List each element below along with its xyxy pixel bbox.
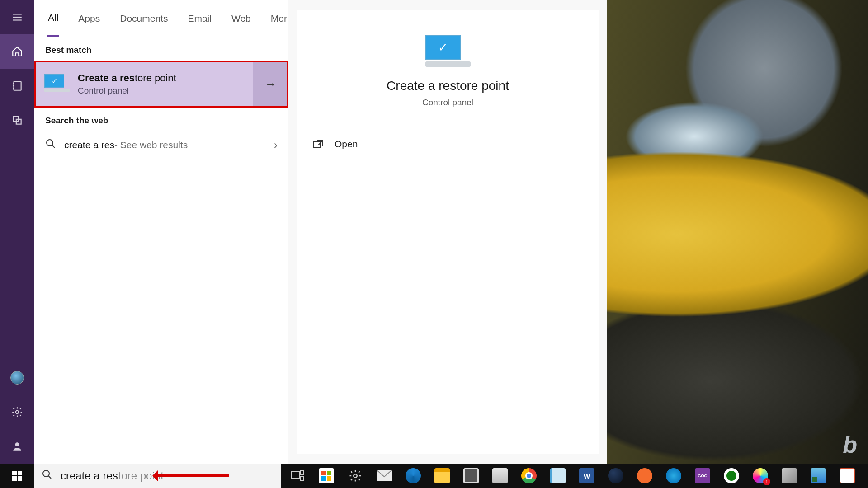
- paint3d-icon[interactable]: 1: [746, 464, 775, 488]
- open-label: Open: [335, 139, 358, 150]
- search-icon: [42, 469, 52, 483]
- app-icon[interactable]: [833, 464, 862, 488]
- best-match-result[interactable]: Create a restore point Control panel →: [34, 61, 288, 108]
- svg-rect-17: [18, 476, 22, 481]
- mail-icon[interactable]: [370, 464, 399, 488]
- svg-rect-15: [18, 471, 22, 475]
- tab-all[interactable]: All: [47, 0, 59, 37]
- windows-logo-icon: [12, 470, 23, 481]
- svg-line-19: [48, 476, 51, 479]
- start-sidebar: [0, 0, 34, 464]
- svg-rect-14: [12, 471, 17, 475]
- printer-icon[interactable]: [486, 464, 514, 488]
- expand-result-button[interactable]: →: [253, 61, 288, 108]
- edge-icon[interactable]: [399, 464, 428, 488]
- microsoft-store-icon[interactable]: [312, 464, 341, 488]
- bing-logo: b: [843, 431, 857, 458]
- task-view-icon[interactable]: [283, 464, 312, 488]
- hamburger-icon[interactable]: [0, 0, 34, 34]
- svg-rect-22: [301, 476, 304, 481]
- preview-card: Create a restore point Control panel Ope…: [297, 10, 599, 454]
- section-search-web: Search the web: [34, 108, 288, 131]
- svg-rect-16: [12, 476, 17, 481]
- svg-line-12: [52, 145, 55, 148]
- gog-icon[interactable]: GOG: [688, 464, 717, 488]
- start-button[interactable]: [0, 464, 34, 488]
- web-result-row[interactable]: create a res - See web results ›: [34, 131, 288, 159]
- taskbar: create a restore point W GOG 1: [0, 464, 868, 488]
- user-avatar[interactable]: [0, 361, 34, 395]
- search-icon: [45, 138, 56, 151]
- svg-point-18: [43, 470, 49, 477]
- annotation-arrow: [156, 474, 229, 477]
- open-action[interactable]: Open: [297, 127, 599, 161]
- search-filter-tabs: All Apps Documents Email Web More Feedba…: [34, 0, 288, 37]
- preview-title: Create a restore point: [387, 79, 509, 93]
- svg-point-9: [16, 411, 19, 414]
- notification-badge: 1: [763, 478, 770, 485]
- svg-rect-3: [14, 81, 21, 90]
- taskbar-search-box[interactable]: create a restore point: [34, 464, 281, 488]
- open-icon: [313, 140, 324, 149]
- start-search-panel: All Apps Documents Email Web More Feedba…: [0, 0, 607, 464]
- best-match-title: Create a restore point: [78, 72, 176, 84]
- chevron-right-icon: ›: [274, 139, 278, 151]
- svg-rect-20: [291, 472, 299, 478]
- svg-point-10: [15, 442, 19, 446]
- section-best-match: Best match: [34, 37, 288, 61]
- notebook-icon[interactable]: [0, 69, 34, 103]
- tool-icon[interactable]: [775, 464, 804, 488]
- gear-icon[interactable]: [0, 395, 34, 429]
- home-icon[interactable]: [0, 34, 34, 69]
- collections-icon[interactable]: [0, 103, 34, 137]
- uplay-icon[interactable]: [659, 464, 688, 488]
- steam-icon[interactable]: [601, 464, 630, 488]
- account-icon[interactable]: [0, 429, 34, 464]
- file-explorer-icon[interactable]: [428, 464, 457, 488]
- best-match-subtitle: Control panel: [78, 86, 176, 96]
- calculator-icon[interactable]: [457, 464, 486, 488]
- chrome-icon[interactable]: [514, 464, 543, 488]
- taskbar-pinned-apps: W GOG 1: [283, 464, 862, 488]
- tab-documents[interactable]: Documents: [119, 1, 169, 36]
- notepad-icon[interactable]: [543, 464, 572, 488]
- restore-point-icon: [44, 74, 70, 94]
- origin-icon[interactable]: [630, 464, 659, 488]
- result-preview-pane: Create a restore point Control panel Ope…: [288, 0, 607, 464]
- svg-point-23: [354, 474, 357, 478]
- photos-icon[interactable]: [804, 464, 833, 488]
- web-result-term: create a res: [64, 140, 114, 150]
- search-results-column: All Apps Documents Email Web More Feedba…: [34, 0, 288, 464]
- search-typed-text: create a res: [61, 469, 118, 482]
- web-result-hint: - See web results: [114, 140, 188, 150]
- word-icon[interactable]: W: [572, 464, 601, 488]
- svg-rect-21: [301, 470, 304, 475]
- settings-icon[interactable]: [341, 464, 370, 488]
- svg-point-11: [47, 140, 53, 146]
- tab-email[interactable]: Email: [187, 1, 212, 36]
- xbox-icon[interactable]: [717, 464, 746, 488]
- tab-web[interactable]: Web: [231, 1, 252, 36]
- preview-subtitle: Control panel: [422, 98, 473, 108]
- tab-apps[interactable]: Apps: [77, 1, 101, 36]
- restore-point-icon: [425, 35, 471, 67]
